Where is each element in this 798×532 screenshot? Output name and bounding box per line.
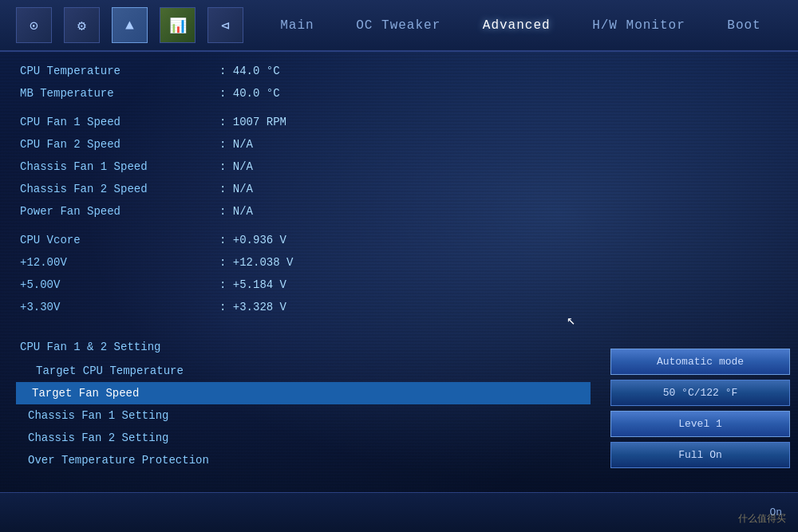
chassis-fan2-value: : N/A <box>219 183 253 195</box>
v5-value: : +5.184 V <box>219 278 286 291</box>
target-fan-speed-row[interactable]: Target Fan Speed <box>16 382 591 404</box>
over-temp-label: Over Temperature Protection <box>28 454 227 467</box>
power-fan-row: Power Fan Speed : N/A <box>20 200 595 223</box>
main-content: CPU Temperature : 44.0 °C MB Temperature… <box>0 52 798 532</box>
power-fan-label: Power Fan Speed <box>20 205 219 218</box>
full-on-button[interactable]: Full On <box>610 442 790 468</box>
v12-value: : +12.038 V <box>219 256 293 269</box>
cpu-temp-value: : 44.0 °C <box>219 65 280 77</box>
mb-temp-row: MB Temperature : 40.0 °C <box>20 82 595 104</box>
tab-hw-monitor[interactable]: H/W Monitor <box>576 12 701 39</box>
level1-button[interactable]: Level 1 <box>610 411 790 437</box>
v5-label: +5.00V <box>20 278 219 291</box>
target-fan-speed-label: Target Fan Speed <box>32 387 231 400</box>
main-icon[interactable]: ⊙ <box>16 7 52 43</box>
vcore-row: CPU Vcore : +0.936 V <box>20 229 595 251</box>
chassis-fan1-label: Chassis Fan 1 Speed <box>20 160 219 173</box>
v12-label: +12.00V <box>20 256 219 269</box>
chassis-fan1-row: Chassis Fan 1 Speed : N/A <box>20 156 595 178</box>
v12-row: +12.00V : +12.038 V <box>20 251 595 274</box>
over-temp-row[interactable]: Over Temperature Protection <box>20 449 595 471</box>
advanced-icon[interactable]: ▲ <box>112 7 148 43</box>
hw-monitor-icon[interactable]: 📊 <box>160 7 196 43</box>
cpu-temp-label: CPU Temperature <box>20 65 219 77</box>
cpu-fan2-label: CPU Fan 2 Speed <box>20 138 219 151</box>
tab-oc-tweaker[interactable]: OC Tweaker <box>340 12 456 39</box>
oc-tweaker-icon[interactable]: ⚙ <box>64 7 100 43</box>
target-cpu-temp-label: Target CPU Temperature <box>36 365 235 377</box>
cpu-fan1-value: : 1007 RPM <box>219 116 286 128</box>
power-fan-value: : N/A <box>219 205 253 218</box>
chassis-fan1-setting-row[interactable]: Chassis Fan 1 Setting <box>20 404 595 427</box>
top-navigation: ⊙ ⚙ ▲ 📊 ⊲ Main OC Tweaker Advanced H/W M… <box>0 0 798 52</box>
watermark: 什么值得买 <box>738 512 786 526</box>
mb-temp-label: MB Temperature <box>20 87 219 100</box>
boot-icon[interactable]: ⊲ <box>207 7 243 43</box>
vcore-label: CPU Vcore <box>20 234 219 246</box>
cpu-fan1-label: CPU Fan 1 Speed <box>20 116 219 128</box>
cpu-fan2-row: CPU Fan 2 Speed : N/A <box>20 133 595 156</box>
chassis-fan2-setting-label: Chassis Fan 2 Setting <box>28 432 227 444</box>
chassis-fan2-setting-row[interactable]: Chassis Fan 2 Setting <box>20 427 595 449</box>
v5-row: +5.00V : +5.184 V <box>20 274 595 296</box>
chassis-fan2-label: Chassis Fan 2 Speed <box>20 183 219 195</box>
chassis-fan2-row: Chassis Fan 2 Speed : N/A <box>20 178 595 200</box>
v33-row: +3.30V : +3.328 V <box>20 296 595 318</box>
fan-setting-label: CPU Fan 1 & 2 Setting <box>20 341 160 353</box>
nav-tabs-container: Main OC Tweaker Advanced H/W Monitor Boo… <box>259 12 782 39</box>
fan-setting-header: CPU Fan 1 & 2 Setting <box>20 334 595 360</box>
left-panel: CPU Temperature : 44.0 °C MB Temperature… <box>0 52 606 532</box>
bottom-bar: On <box>0 492 798 532</box>
cpu-fan1-row: CPU Fan 1 Speed : 1007 RPM <box>20 111 595 133</box>
chassis-fan1-value: : N/A <box>219 160 253 173</box>
monitor-table: CPU Temperature : 44.0 °C MB Temperature… <box>20 60 595 471</box>
cpu-temp-row: CPU Temperature : 44.0 °C <box>20 60 595 82</box>
mb-temp-value: : 40.0 °C <box>219 87 280 100</box>
target-temp-button[interactable]: 50 °C/122 °F <box>610 380 790 406</box>
v33-value: : +3.328 V <box>219 301 286 313</box>
cpu-fan2-value: : N/A <box>219 138 253 151</box>
v33-label: +3.30V <box>20 301 219 313</box>
tab-boot[interactable]: Boot <box>711 12 776 39</box>
tab-main[interactable]: Main <box>264 12 330 39</box>
nav-icons: ⊙ ⚙ ▲ 📊 ⊲ <box>16 7 243 43</box>
tab-advanced[interactable]: Advanced <box>467 12 567 39</box>
chassis-fan1-setting-label: Chassis Fan 1 Setting <box>28 409 227 422</box>
right-panel: Automatic mode 50 °C/122 °F Level 1 Full… <box>606 52 798 532</box>
vcore-value: : +0.936 V <box>219 234 286 246</box>
target-cpu-temp-row[interactable]: Target CPU Temperature <box>20 360 595 382</box>
automatic-mode-button[interactable]: Automatic mode <box>610 349 790 375</box>
